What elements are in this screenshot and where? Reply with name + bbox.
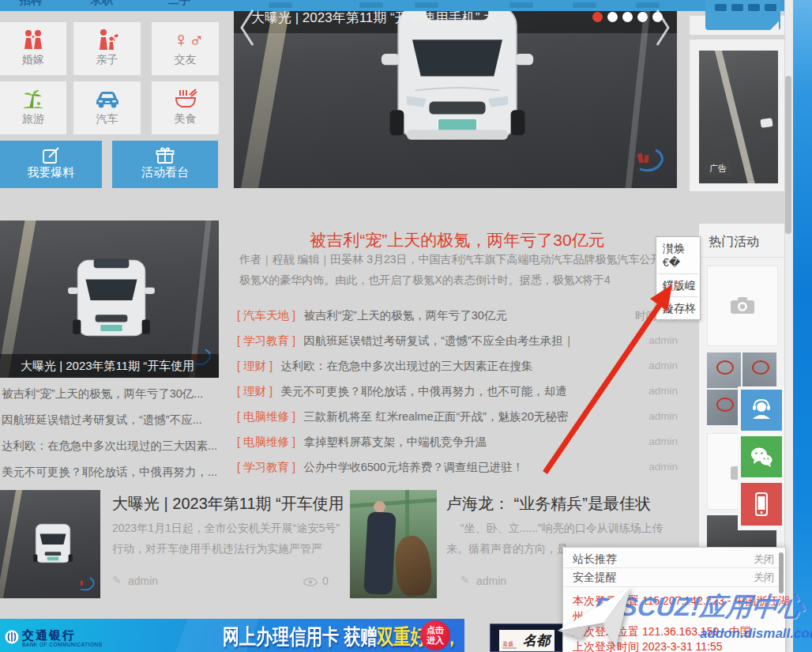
news-meta: admin — [648, 385, 678, 397]
wechat-icon — [750, 445, 773, 469]
nav-item-clipped[interactable] — [415, 2, 438, 8]
report-news-button[interactable]: 我要爆料 — [0, 141, 102, 188]
news-title[interactable]: 美元不可更换？耶伦放话，中俄再努力，也不可能，却遭 — [280, 385, 567, 398]
security-label: 安全提醒 — [573, 571, 617, 585]
photo-logo-swirl — [632, 147, 667, 174]
category-cars[interactable]: 汽车 — [73, 81, 141, 134]
ad-tag: 广告 — [705, 161, 731, 175]
article-thumbnail[interactable] — [0, 490, 100, 598]
news-row[interactable]: [ 电脑维修 ]拿掉塑料屏幕支架，中端机竞争升温admin — [237, 435, 678, 449]
category-travel[interactable]: 旅游 — [0, 81, 66, 134]
nav-item[interactable]: 二手 — [168, 0, 190, 8]
nav-item[interactable]: 招聘 — [20, 0, 42, 8]
featured-photo[interactable]: 大曝光 | 2023年第11期 “开车使用 — [0, 220, 219, 378]
carousel-next-arrow[interactable] — [652, 6, 673, 49]
nav-item-clipped[interactable] — [573, 2, 596, 8]
photo-detail — [405, 490, 409, 537]
carousel-dot[interactable] — [637, 12, 648, 22]
mobile-button[interactable] — [741, 483, 782, 526]
nav-item-clipped[interactable] — [359, 2, 383, 8]
customer-service-button[interactable] — [741, 390, 782, 431]
news-category[interactable]: [ 电脑维修 ] — [237, 435, 295, 448]
car-photo — [63, 243, 160, 355]
parent-child-icon — [96, 28, 119, 51]
bank-logo-icon — [5, 630, 19, 644]
news-category[interactable]: [ 学习教育 ] — [237, 461, 295, 473]
clipped-text — [765, 4, 776, 11]
activity-stage-button[interactable]: 活动看台 — [112, 141, 218, 188]
clipped-text — [748, 4, 760, 11]
image-placeholder[interactable] — [707, 266, 778, 346]
article-author[interactable]: admin — [128, 575, 158, 587]
road-lane-line — [0, 490, 22, 598]
carousel-dot[interactable] — [607, 12, 618, 22]
news-title[interactable]: 拿掉塑料屏幕支架，中端机竞争升温 — [303, 435, 487, 448]
news-title[interactable]: 因航班延误错过考研复试，“遗憾”不应全由考生承担｜ — [303, 334, 574, 347]
mingdu-ad[interactable]: 名都 嘉盛 — [490, 624, 563, 652]
headline-link[interactable]: 达利欧：在危急中多次出现过的三大因素... — [2, 439, 226, 453]
news-row[interactable]: [ 汽车天地 ]被吉利“宠”上天的极氪，两年亏了30亿元时间全年 — [237, 308, 678, 322]
news-row[interactable]: [ 理财 ]美元不可更换？耶伦放话，中俄再努力，也不可能，却遭admin — [237, 384, 678, 398]
top-corner-button[interactable] — [705, 0, 780, 30]
photo-cell — [707, 390, 741, 425]
button-label: 活动看台 — [141, 165, 189, 179]
page: 招聘 求职 二手 婚嫁 亲子 ♀♂ — [0, 0, 812, 652]
news-row[interactable]: [ 电脑维修 ]三款新机将至 红米realme正面“开战”，魅族20无秘密adm… — [237, 409, 678, 424]
carousel-dot-active[interactable] — [592, 12, 603, 22]
news-category[interactable]: [ 理财 ] — [237, 360, 273, 372]
headline-link[interactable]: 被吉利“宠”上天的极氪，两年亏了30亿... — [2, 386, 226, 401]
banner-cta-button[interactable]: 点击进入 — [420, 620, 450, 650]
bank-banner-ad[interactable]: 交通银行 BANK OF COMMUNICATIONS 网上办理信用卡 获赠双重… — [0, 619, 464, 652]
wechat-button[interactable] — [741, 436, 782, 477]
cta-label: 点击进入 — [426, 625, 445, 646]
news-row[interactable]: [ 学习教育 ]公办中学收6500元培养费？调查组已进驻！admin — [237, 460, 678, 474]
category-wedding[interactable]: 婚嫁 — [0, 22, 66, 75]
article-author[interactable]: admin — [476, 575, 506, 587]
category-parenting[interactable]: 亲子 — [73, 22, 141, 75]
featured-article-title[interactable]: 被吉利“宠”上天的极氪，两年亏了30亿元 — [237, 229, 678, 250]
featured-caption[interactable]: 大曝光 | 2023年第11期 “开车使用 — [21, 359, 194, 374]
article-views: 0 — [322, 575, 329, 587]
gift-icon — [156, 147, 175, 164]
category-food[interactable]: 美食 — [152, 81, 219, 134]
context-menu-item[interactable]: 鏷版崲 — [656, 274, 700, 296]
news-category[interactable]: [ 电脑维修 ] — [237, 410, 295, 423]
carousel-prev-arrow[interactable] — [237, 6, 258, 49]
featured-article-body: 极氪X的豪华内饰。由此，也开启了极氪X的表态倒计时。据悉，极氪X将于4 — [239, 273, 666, 288]
news-title[interactable]: 达利欧：在危急中多次出现过的三大因素正在搜集 — [280, 360, 532, 372]
carousel-caption[interactable]: 大曝光 | 2023年第11期 “开车使用手机” 大 — [251, 9, 497, 27]
news-meta: admin — [648, 334, 678, 346]
recommend-label: 站长推荐 — [573, 552, 617, 567]
nav-item-clipped[interactable] — [269, 2, 292, 8]
photo-cell — [707, 352, 741, 388]
panel-scrollbar[interactable] — [779, 552, 784, 594]
nav-item[interactable]: 求职 — [91, 0, 113, 8]
close-link[interactable]: 关闭 — [754, 552, 774, 567]
news-category[interactable]: [ 理财 ] — [237, 385, 273, 398]
headline-link[interactable]: 美元不可更换？耶伦放话，中俄再努力，... — [2, 465, 226, 479]
carousel-dot[interactable] — [622, 12, 633, 22]
context-menu-item[interactable]: 濽焕€� — [656, 237, 700, 273]
carousel[interactable]: 大曝光 | 2023年第11期 “开车使用手机” 大 — [234, 0, 677, 188]
scrollbar-thumb[interactable] — [785, 76, 791, 234]
article-title[interactable]: 卢海龙： “业务精兵”是最佳状 — [446, 493, 667, 514]
camera-icon — [730, 296, 755, 316]
news-title[interactable]: 公办中学收6500元培养费？调查组已进驻！ — [303, 461, 524, 473]
headline-link[interactable]: 因航班延误错过考研复试，“遗憾”不应... — [2, 413, 226, 427]
news-row[interactable]: [ 学习教育 ]因航班延误错过考研复试，“遗憾”不应全由考生承担｜admin — [237, 334, 678, 348]
article-title[interactable]: 大曝光 | 2023年第11期 “开车使用 — [112, 493, 343, 514]
news-title[interactable]: 三款新机将至 红米realme正面“开战”，魅族20无秘密 — [303, 410, 568, 423]
context-menu-item[interactable]: 鏇存柊 — [656, 297, 700, 319]
news-category[interactable]: [ 汽车天地 ] — [237, 309, 295, 322]
news-title[interactable]: 被吉利“宠”上天的极氪，两年亏了30亿元 — [303, 309, 507, 322]
article-thumbnail[interactable] — [350, 490, 437, 598]
nav-item-clipped[interactable] — [509, 2, 533, 8]
news-row[interactable]: [ 理财 ]达利欧：在危急中多次出现过的三大因素正在搜集admin — [237, 359, 678, 373]
article-excerpt: 行动，对开车使用手机违法行为实施严管严 — [112, 542, 346, 556]
gender-icon: ♀♂ — [174, 28, 197, 51]
close-link[interactable]: 关闭 — [754, 571, 774, 585]
category-dating[interactable]: ♀♂ 交友 — [152, 22, 219, 75]
ad-brand: 名都 — [523, 631, 550, 650]
news-category[interactable]: [ 学习教育 ] — [237, 334, 295, 347]
featured-caption-bar: 大曝光 | 2023年第11期 “开车使用 — [0, 354, 219, 378]
